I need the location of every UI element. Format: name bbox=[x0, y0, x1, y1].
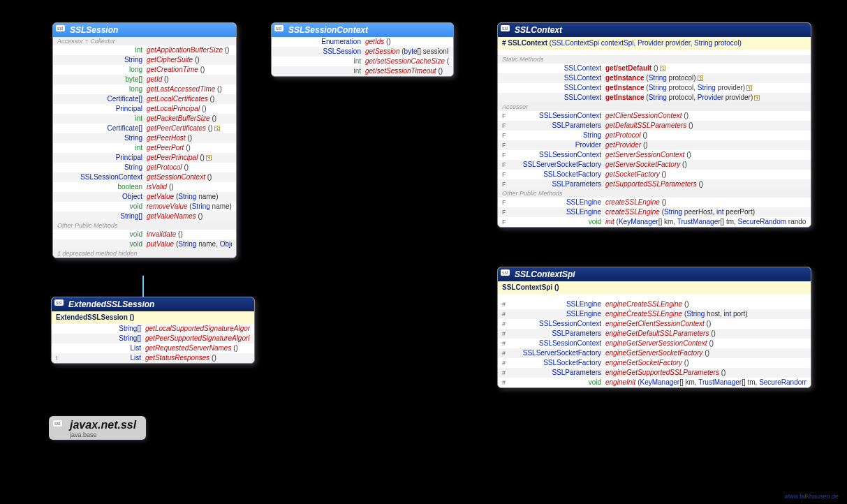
modifier-marker bbox=[57, 133, 64, 143]
method-row: voidputValue (String name, Object value) bbox=[53, 239, 236, 249]
method-name: engineGetServerSessionContext () bbox=[605, 339, 807, 348]
return-type: SSLSocketFactory bbox=[509, 170, 605, 179]
method-row: SSLContextgetInstance (String protocol, … bbox=[498, 93, 811, 103]
method-row: intgetPacketBufferSize () bbox=[53, 114, 236, 124]
method-row: booleanisValid () bbox=[53, 182, 236, 192]
modifier-marker bbox=[57, 114, 64, 124]
modifier-marker bbox=[57, 94, 64, 104]
method-name: getInstance (String protocol, String pro… bbox=[605, 83, 807, 93]
return-type: SSLServerSocketFactory bbox=[509, 348, 605, 358]
modifier-marker: F bbox=[502, 140, 509, 150]
method-row: FSSLSocketFactorygetSocketFactory () bbox=[498, 170, 811, 179]
return-type: SSLEngine bbox=[509, 198, 605, 207]
return-type: SSLContext bbox=[509, 73, 605, 83]
lock-icon: ⚿ bbox=[660, 65, 666, 72]
method-row: FSSLEnginecreateSSLEngine (String peerHo… bbox=[498, 207, 811, 217]
method-row: SSLSessionContextgetSessionContext () bbox=[53, 172, 236, 182]
method-name: getIds () bbox=[365, 37, 449, 47]
modifier-marker: F bbox=[502, 217, 509, 227]
return-type: Certificate[] bbox=[64, 124, 147, 133]
modifier-marker: F bbox=[502, 150, 509, 160]
return-type: List bbox=[63, 343, 145, 353]
modifier-marker bbox=[57, 230, 64, 239]
method-row: String[]getValueNames () bbox=[53, 212, 236, 221]
constructor: SSLContextSpi () bbox=[498, 281, 811, 294]
method-name: getProtocol () bbox=[147, 163, 232, 172]
return-type: Certificate[] bbox=[64, 94, 147, 104]
modifier-marker: # bbox=[502, 358, 509, 368]
return-type: int bbox=[283, 57, 365, 66]
return-type: SSLSessionContext bbox=[509, 150, 605, 160]
modifier-marker bbox=[502, 83, 509, 93]
constructor: ExtendedSSLSession () bbox=[52, 311, 254, 324]
method-name: getClientSessionContext () bbox=[605, 111, 807, 121]
return-type: SSLEngine bbox=[509, 299, 605, 309]
return-type: long bbox=[64, 84, 147, 94]
footer-note: 1 deprecated method hidden bbox=[53, 249, 236, 258]
method-name: getServerSocketFactory () bbox=[605, 160, 807, 170]
modifier-marker bbox=[57, 192, 64, 202]
modifier-marker bbox=[57, 124, 64, 133]
method-name: get/setSessionCacheSize () bbox=[365, 57, 449, 66]
class-title: SSLContextSpi bbox=[498, 267, 811, 281]
method-name: createSSLEngine (String peerHost, int pe… bbox=[605, 207, 807, 217]
method-name: getPeerCertificates ()⚿ bbox=[147, 124, 232, 133]
return-type: SSLSession bbox=[283, 47, 365, 57]
method-name: getValue (String name) bbox=[147, 192, 232, 202]
method-name: getDefaultSSLParameters () bbox=[605, 121, 807, 131]
method-name: getPeerPort () bbox=[147, 143, 232, 153]
modifier-marker bbox=[57, 212, 64, 221]
return-type: SSLEngine bbox=[509, 207, 605, 217]
method-name: getSocketFactory () bbox=[605, 170, 807, 179]
return-type: void bbox=[64, 239, 147, 249]
method-row: StringgetPeerHost () bbox=[53, 133, 236, 143]
modifier-marker bbox=[56, 334, 63, 343]
method-name: getServerSessionContext () bbox=[605, 150, 807, 160]
return-type: SSLContext bbox=[509, 64, 605, 73]
section-label: Static Methods bbox=[498, 55, 811, 64]
section-label: Other Public Methods bbox=[53, 221, 236, 230]
modifier-marker bbox=[502, 93, 509, 103]
method-name: getInstance (String protocol)⚿ bbox=[605, 73, 807, 83]
method-name: engineGetServerSocketFactory () bbox=[605, 348, 807, 358]
modifier-marker bbox=[276, 66, 283, 76]
method-name: isValid () bbox=[147, 182, 232, 192]
class-sslcontext: SSLContext # SSLContext (SSLContextSpi c… bbox=[497, 22, 811, 228]
modifier-marker bbox=[57, 143, 64, 153]
method-row: String[]getLocalSupportedSignatureAlgori… bbox=[52, 324, 254, 334]
method-name: getCipherSuite () bbox=[147, 55, 232, 65]
modifier-marker bbox=[57, 104, 64, 114]
return-type: List bbox=[63, 353, 145, 363]
modifier-marker: F bbox=[502, 160, 509, 170]
return-type: Enumeration bbox=[283, 37, 365, 47]
return-type: int bbox=[64, 114, 147, 124]
class-sslcontextspi: SSLContextSpi SSLContextSpi () #SSLEngin… bbox=[497, 267, 811, 388]
return-type: String[] bbox=[63, 334, 145, 343]
method-row: StringgetCipherSuite () bbox=[53, 55, 236, 65]
class-title: ExtendedSSLSession bbox=[52, 297, 254, 311]
method-name: engineGetSocketFactory () bbox=[605, 358, 807, 368]
method-name: getProvider () bbox=[605, 140, 807, 150]
modifier-marker bbox=[57, 75, 64, 84]
modifier-marker bbox=[56, 324, 63, 334]
return-type: Principal bbox=[64, 104, 147, 114]
method-row: FStringgetProtocol () bbox=[498, 131, 811, 140]
method-row: intgetApplicationBufferSize () bbox=[53, 45, 236, 55]
method-row: FSSLServerSocketFactorygetServerSocketFa… bbox=[498, 160, 811, 170]
return-type: SSLSessionContext bbox=[509, 339, 605, 348]
class-extendedsslsession: ExtendedSSLSession ExtendedSSLSession ()… bbox=[51, 297, 255, 364]
lock-icon: ⚿ bbox=[206, 154, 212, 161]
method-name: getId () bbox=[147, 75, 232, 84]
method-name: getValueNames () bbox=[147, 212, 232, 221]
return-type: int bbox=[283, 66, 365, 76]
section-label: Accessor + Collector bbox=[53, 37, 236, 45]
method-name: removeValue (String name) bbox=[147, 202, 232, 212]
method-row: longgetLastAccessedTime () bbox=[53, 84, 236, 94]
section-label: Accessor bbox=[498, 103, 811, 111]
modifier-marker: # bbox=[502, 348, 509, 358]
method-row: SSLContextgetInstance (String protocol)⚿ bbox=[498, 73, 811, 83]
lock-icon: ⚿ bbox=[754, 94, 760, 101]
method-row: FSSLEnginecreateSSLEngine () bbox=[498, 198, 811, 207]
method-row: byte[]getId () bbox=[53, 75, 236, 84]
lock-icon: ⚿ bbox=[698, 75, 704, 82]
